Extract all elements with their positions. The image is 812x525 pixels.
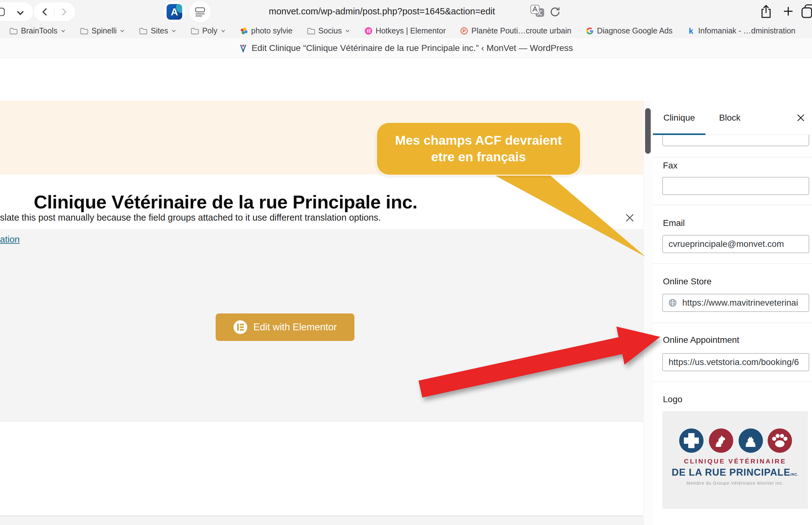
callout-line2: etre en français [431, 150, 526, 164]
forward-icon[interactable] [59, 7, 69, 17]
notice-message: slate this post manually because the fie… [0, 212, 381, 223]
bookmark-spinelli[interactable]: Spinelli [80, 26, 125, 35]
notice-link[interactable]: ation [0, 235, 20, 245]
tab-clinique[interactable]: Clinique [653, 101, 705, 135]
fax-input[interactable] [662, 177, 809, 195]
share-icon[interactable] [759, 4, 773, 19]
nav-pill [34, 2, 75, 21]
bookmark-braintools[interactable]: BrainTools [10, 26, 66, 35]
sidebar-pill [0, 2, 33, 21]
divider [653, 264, 812, 264]
translate-icon[interactable] [530, 4, 545, 18]
google-photos-icon [240, 27, 248, 35]
callout-line1: Mes champs ACF devraient [395, 133, 562, 148]
field-label-fax: Fax [663, 161, 678, 170]
url-text: monvet.com/wp-admin/post.php?post=1645&a… [269, 6, 495, 16]
bookmark-photo-sylvie[interactable]: photo sylvie [240, 26, 292, 35]
folder-icon [307, 27, 315, 35]
bookmark-planete-poutine[interactable]: P Planète Pouti…croute urbain [460, 26, 571, 35]
new-tab-icon[interactable] [781, 4, 795, 18]
editor-canvas: Edit with Elementor [0, 229, 643, 422]
tab-title: Edit Clinique “Clinique Vétérinaire de l… [252, 43, 573, 53]
logo-image-field[interactable]: CLINIQUE VÉTÉRINAIRE DE LA RUE PRINCIPAL… [662, 411, 808, 509]
bookmark-diagnose-google-ads[interactable]: Diagnose Google Ads [586, 26, 673, 35]
logo-animal-badges [676, 427, 795, 454]
edit-with-elementor-button[interactable]: Edit with Elementor [216, 313, 355, 341]
svg-text:k: k [689, 27, 694, 35]
divider [54, 6, 55, 17]
svg-text:P: P [463, 28, 466, 33]
field-label-logo: Logo [663, 394, 682, 404]
undo-icon[interactable] [11, 76, 25, 89]
logo-line3: Membre du Groupe Vétérinaire MonVet Inc. [662, 481, 808, 485]
callout-bubble: Mes champs ACF devraient etre en françai… [376, 122, 581, 176]
divider [653, 322, 812, 323]
bookmark-socius[interactable]: Socius [307, 26, 350, 35]
address-bar[interactable]: monvet.com/wp-admin/post.php?post=1645&a… [269, 6, 495, 17]
bookmark-poly[interactable]: Poly [191, 26, 226, 35]
tab-block[interactable]: Block [708, 101, 752, 135]
logo-line1: CLINIQUE VÉTÉRINAIRE [662, 457, 808, 465]
sidebar-tabs: Clinique Block [653, 101, 812, 135]
browser-window: A monvet.com/wp-admin/post.php?post=1645… [0, 0, 812, 525]
folder-icon [10, 27, 18, 35]
reader-pill[interactable] [190, 1, 211, 22]
chevron-down-icon [120, 29, 125, 33]
tab-overview-icon[interactable] [0, 7, 6, 17]
app-icon-pill[interactable]: A [164, 1, 185, 22]
clipped-field-input[interactable] [662, 135, 809, 146]
chevron-down-icon [221, 29, 226, 33]
field-label-online-appointment: Online Appointment [663, 335, 739, 345]
chevron-down-icon [61, 29, 66, 33]
folder-icon [80, 27, 88, 35]
planete-icon: P [460, 27, 468, 35]
chevron-down-icon [171, 29, 176, 33]
chevron-down-icon[interactable] [16, 10, 25, 16]
google-icon [586, 27, 594, 35]
settings-sidebar: Clinique Block Fax Email Online Store On… [652, 101, 812, 525]
back-icon[interactable] [40, 7, 49, 17]
post-title[interactable]: Clinique Vétérinaire de la rue Principal… [34, 191, 417, 213]
divider [653, 381, 812, 382]
site-favicon [239, 44, 247, 52]
folder-icon [191, 27, 199, 35]
bookmark-infomaniak[interactable]: k Infomaniak - …dministration [687, 26, 795, 35]
email-input[interactable] [662, 235, 809, 253]
globe-icon [668, 298, 677, 308]
field-label-online-store: Online Store [663, 276, 712, 287]
browser-toolbar: A monvet.com/wp-admin/post.php?post=1645… [0, 0, 812, 24]
logo-line2: DE LA RUE PRINCIPALEINC. [662, 467, 808, 478]
bookmark-hotkeys-elementor[interactable]: Hotkeys | Elementor [364, 26, 446, 35]
field-label-email: Email [663, 218, 685, 228]
editor-toolbar: ← Back to WordPress Editor Clinique Vété… [0, 58, 812, 101]
folder-icon [139, 27, 148, 35]
elementor-button-label: Edit with Elementor [253, 321, 336, 333]
divider [653, 205, 812, 205]
scrollbar-track [643, 101, 653, 525]
page-title-bar: Edit Clinique “Clinique Vétérinaire de l… [0, 38, 812, 58]
infomaniak-icon: k [687, 27, 695, 35]
reader-icon [194, 6, 206, 17]
tabs-icon[interactable] [801, 3, 812, 19]
notice-close-icon[interactable] [624, 212, 636, 224]
online-appointment-input[interactable] [662, 353, 809, 371]
bookmark-sites[interactable]: Sites [139, 26, 176, 35]
chevron-down-icon [345, 29, 350, 33]
divider [653, 157, 812, 158]
online-store-input[interactable] [662, 294, 809, 312]
sidebar-close-icon[interactable] [795, 112, 806, 123]
reload-icon[interactable] [549, 5, 561, 18]
app-a-icon: A [167, 4, 182, 20]
elementor-icon [364, 27, 373, 35]
bookmarks-bar: BrainTools Spinelli Sites Poly photo syl… [0, 24, 812, 38]
elementor-e-icon [233, 320, 247, 334]
scrollbar-thumb[interactable] [645, 108, 651, 154]
